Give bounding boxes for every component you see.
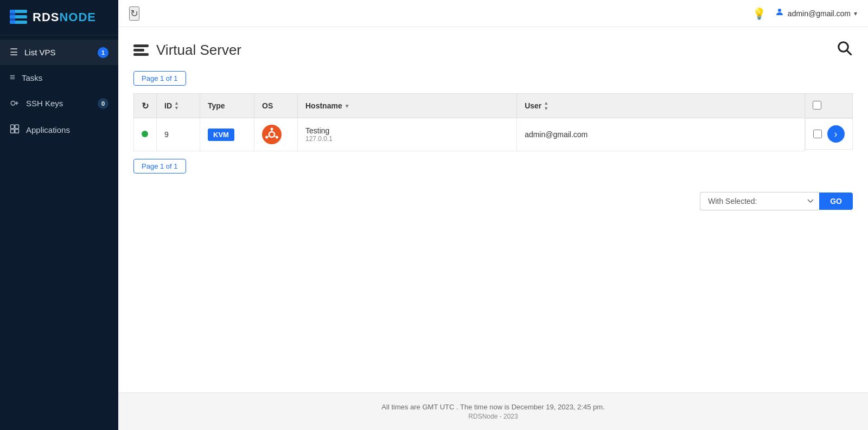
th-select-all[interactable] — [805, 94, 853, 118]
bottom-controls: With Selected: GO — [133, 192, 853, 210]
page-title-group: Virtual Server — [133, 42, 241, 59]
virtual-server-icon — [133, 44, 149, 56]
footer: All times are GMT UTC . The time now is … — [118, 393, 868, 430]
svg-point-4 — [11, 101, 15, 106]
th-type: Type — [200, 94, 254, 118]
table-body: 9 KVM — [134, 118, 853, 151]
sidebar-item-list-vps[interactable]: ☰ List VPS 1 — [0, 40, 118, 65]
svg-rect-5 — [11, 125, 15, 129]
sidebar-item-label: SSH Keys — [26, 99, 63, 108]
with-selected-select[interactable]: With Selected: — [700, 192, 819, 210]
svg-rect-8 — [15, 130, 19, 133]
sidebar-nav: ☰ List VPS 1 ≡ Tasks SSH Keys 0 — [0, 35, 118, 430]
footer-brand: RDSNode - 2023 — [128, 413, 858, 420]
row-navigate-button[interactable]: › — [827, 125, 845, 143]
hostname-ip: 127.0.0.1 — [305, 135, 509, 143]
sidebar-item-applications[interactable]: Applications — [0, 117, 118, 143]
status-online-dot — [142, 131, 148, 137]
search-button[interactable] — [837, 40, 853, 60]
user-email: admin@gmail.com — [788, 9, 851, 18]
logo-icon — [9, 8, 28, 27]
hostname-dropdown-arrow: ▼ — [344, 103, 350, 109]
row-os — [254, 118, 298, 151]
topbar: ↻ 💡 admin@gmail.com ▾ — [118, 0, 868, 27]
tasks-icon: ≡ — [10, 72, 15, 83]
svg-point-15 — [276, 136, 278, 139]
row-user: admin@gmail.com — [517, 118, 805, 151]
sidebar-item-label: Applications — [26, 125, 70, 134]
go-button[interactable]: GO — [819, 192, 853, 210]
row-select-checkbox[interactable] — [813, 130, 822, 138]
ubuntu-os-icon — [262, 125, 282, 144]
topbar-left: ↻ — [129, 7, 139, 21]
pagination-top[interactable]: Page 1 of 1 — [133, 71, 853, 93]
pagination-bottom[interactable]: Page 1 of 1 — [133, 159, 853, 181]
svg-rect-7 — [11, 130, 15, 133]
table-row: 9 KVM — [134, 118, 853, 151]
list-vps-badge: 1 — [98, 47, 108, 58]
th-hostname[interactable]: Hostname ▼ — [298, 94, 517, 118]
svg-point-14 — [271, 128, 273, 131]
row-actions: › — [805, 118, 853, 150]
sidebar-item-ssh-keys[interactable]: SSH Keys 0 — [0, 90, 118, 117]
user-icon — [775, 7, 784, 20]
ssh-keys-badge: 0 — [98, 98, 108, 109]
sidebar-item-tasks[interactable]: ≡ Tasks — [0, 65, 118, 90]
svg-point-9 — [778, 9, 781, 12]
th-id[interactable]: ID ▲ ▼ — [157, 94, 200, 118]
topbar-right: 💡 admin@gmail.com ▾ — [752, 7, 857, 20]
sidebar-item-label: Tasks — [22, 73, 42, 82]
th-refresh[interactable]: ↻ — [134, 94, 157, 118]
user-dropdown-arrow: ▾ — [854, 10, 857, 17]
svg-line-11 — [847, 50, 851, 55]
id-sort-arrows: ▲ ▼ — [174, 101, 179, 111]
user-sort-arrows: ▲ ▼ — [544, 100, 548, 111]
footer-timezone: All times are GMT UTC . The time now is … — [128, 403, 858, 411]
list-vps-icon: ☰ — [10, 47, 18, 58]
sidebar-item-label: List VPS — [24, 48, 56, 57]
svg-line-19 — [268, 136, 269, 137]
svg-rect-6 — [15, 125, 19, 129]
row-status — [134, 118, 157, 151]
page-header: Virtual Server — [133, 40, 853, 60]
svg-rect-3 — [10, 10, 15, 24]
user-menu[interactable]: admin@gmail.com ▾ — [775, 7, 857, 20]
table-refresh-icon: ↻ — [142, 101, 149, 111]
kvm-badge: KVM — [208, 129, 234, 141]
content-area: Virtual Server Page 1 of 1 — [118, 27, 868, 393]
main-area: ↻ 💡 admin@gmail.com ▾ — [118, 0, 868, 430]
table-header: ↻ ID ▲ ▼ Type — [134, 94, 853, 118]
svg-point-10 — [839, 42, 848, 52]
th-user[interactable]: User ▲ ▼ — [517, 94, 805, 118]
select-all-checkbox[interactable] — [813, 101, 821, 110]
page-title: Virtual Server — [156, 42, 241, 59]
vps-table: ↻ ID ▲ ▼ Type — [133, 93, 853, 151]
logo-text: RDSNODE — [33, 10, 96, 24]
sidebar-logo: RDSNODE — [0, 0, 118, 35]
applications-icon — [10, 124, 20, 136]
row-id: 9 — [157, 118, 200, 151]
svg-line-18 — [275, 136, 276, 137]
ssh-keys-icon — [10, 97, 20, 110]
row-type: KVM — [200, 118, 254, 151]
th-os: OS — [254, 94, 298, 118]
hints-button[interactable]: 💡 — [752, 7, 766, 20]
hostname-name: Testing — [305, 126, 509, 135]
row-hostname: Testing 127.0.0.1 — [298, 118, 517, 151]
sidebar: RDSNODE ☰ List VPS 1 ≡ Tasks SSH K — [0, 0, 118, 430]
svg-point-16 — [265, 136, 268, 139]
refresh-button[interactable]: ↻ — [129, 7, 139, 21]
